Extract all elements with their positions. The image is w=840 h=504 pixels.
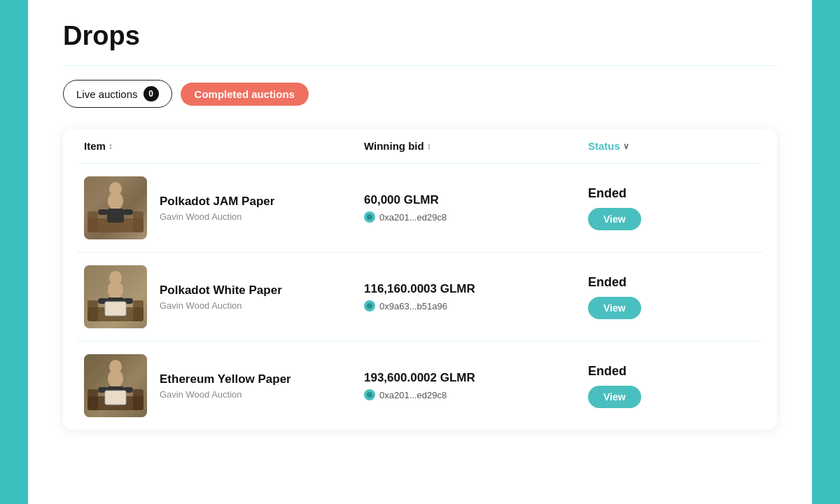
bid-address-0: 0xa201...ed29c8 [364, 211, 588, 223]
thumbnail-svg-0 [84, 176, 147, 239]
svg-rect-8 [123, 209, 133, 215]
bid-amount-2: 193,600.0002 GLMR [364, 371, 588, 385]
table-body: Polkadot JAM Paper Gavin Wood Auction 60… [77, 164, 763, 430]
bid-address-1: 0x9a63...b51a96 [364, 300, 588, 312]
svg-rect-21 [88, 389, 98, 410]
top-divider [63, 65, 777, 66]
item-info-2: Ethereum Yellow Paper Gavin Wood Auction [160, 372, 291, 400]
address-text-0: 0xa201...ed29c8 [379, 212, 447, 223]
svg-point-5 [109, 182, 122, 196]
item-info-1: Polkadot White Paper Gavin Wood Auction [160, 284, 282, 311]
address-dot-icon-1 [364, 300, 375, 312]
item-subtitle-2: Gavin Wood Auction [160, 389, 291, 400]
bid-amount-1: 116,160.0003 GLMR [364, 282, 588, 296]
live-tab-label: Live auctions [76, 88, 138, 100]
bid-cell-0: 60,000 GLMR 0xa201...ed29c8 [364, 193, 588, 223]
page-container: Drops Live auctions 0 Completed auctions… [28, 0, 812, 504]
item-info-0: Polkadot JAM Paper Gavin Wood Auction [160, 195, 274, 222]
item-name-0: Polkadot JAM Paper [160, 195, 274, 209]
svg-rect-3 [133, 211, 144, 232]
item-thumbnail-1 [84, 265, 147, 328]
col-status[interactable]: Status ∨ [588, 140, 756, 152]
item-cell-1: Polkadot White Paper Gavin Wood Auction [84, 265, 364, 328]
completed-auctions-tab[interactable]: Completed auctions [181, 83, 309, 106]
svg-rect-2 [88, 211, 98, 232]
completed-tab-label: Completed auctions [195, 88, 295, 100]
svg-rect-7 [98, 209, 108, 215]
table-row: Polkadot JAM Paper Gavin Wood Auction 60… [77, 164, 763, 253]
bid-address-2: 0xa201...ed29c8 [364, 389, 588, 400]
bid-sort-icon: ↕ [427, 141, 431, 151]
view-button-0[interactable]: View [588, 208, 641, 230]
svg-rect-6 [107, 209, 124, 223]
thumbnail-svg-1 [84, 265, 147, 328]
table-header: Item ↕ Winning bid ↕ Status ∨ [77, 129, 763, 164]
svg-rect-11 [88, 300, 98, 321]
page-title: Drops [63, 21, 777, 51]
live-count-badge: 0 [144, 86, 159, 102]
status-label-2: Ended [588, 364, 756, 379]
item-thumbnail-0 [84, 176, 147, 239]
svg-point-14 [109, 271, 122, 285]
bid-cell-1: 116,160.0003 GLMR 0x9a63...b51a96 [364, 282, 588, 312]
status-cell-1: Ended View [588, 275, 756, 319]
address-text-1: 0x9a63...b51a96 [379, 301, 447, 312]
item-sort-icon: ↕ [108, 141, 113, 151]
table-row: Polkadot White Paper Gavin Wood Auction … [77, 253, 763, 342]
status-label-1: Ended [588, 275, 756, 290]
live-auctions-tab[interactable]: Live auctions 0 [63, 80, 172, 108]
item-name-1: Polkadot White Paper [160, 284, 282, 298]
address-text-2: 0xa201...ed29c8 [379, 390, 447, 400]
col-winning-bid[interactable]: Winning bid ↕ [364, 140, 588, 152]
view-button-2[interactable]: View [588, 386, 641, 408]
thumbnail-svg-2 [84, 354, 147, 417]
view-button-1[interactable]: View [588, 297, 641, 319]
table-row: Ethereum Yellow Paper Gavin Wood Auction… [77, 342, 763, 430]
status-sort-icon: ∨ [623, 141, 629, 151]
address-dot-icon-0 [364, 211, 375, 223]
item-cell-0: Polkadot JAM Paper Gavin Wood Auction [84, 176, 364, 239]
item-name-2: Ethereum Yellow Paper [160, 372, 291, 386]
svg-rect-22 [133, 389, 144, 410]
item-subtitle-0: Gavin Wood Auction [160, 211, 274, 222]
svg-rect-28 [105, 391, 126, 405]
status-label-0: Ended [588, 186, 756, 201]
svg-rect-18 [105, 302, 126, 316]
address-dot-icon-2 [364, 389, 375, 400]
bid-cell-2: 193,600.0002 GLMR 0xa201...ed29c8 [364, 371, 588, 400]
tabs-row: Live auctions 0 Completed auctions [63, 80, 777, 108]
status-cell-0: Ended View [588, 186, 756, 230]
item-cell-2: Ethereum Yellow Paper Gavin Wood Auction [84, 354, 364, 417]
item-subtitle-1: Gavin Wood Auction [160, 300, 282, 311]
col-item[interactable]: Item ↕ [84, 140, 364, 152]
auction-table-card: Item ↕ Winning bid ↕ Status ∨ [63, 129, 777, 430]
status-cell-2: Ended View [588, 364, 756, 408]
svg-rect-12 [133, 300, 144, 321]
item-thumbnail-2 [84, 354, 147, 417]
svg-point-24 [109, 360, 122, 374]
bid-amount-0: 60,000 GLMR [364, 193, 588, 207]
